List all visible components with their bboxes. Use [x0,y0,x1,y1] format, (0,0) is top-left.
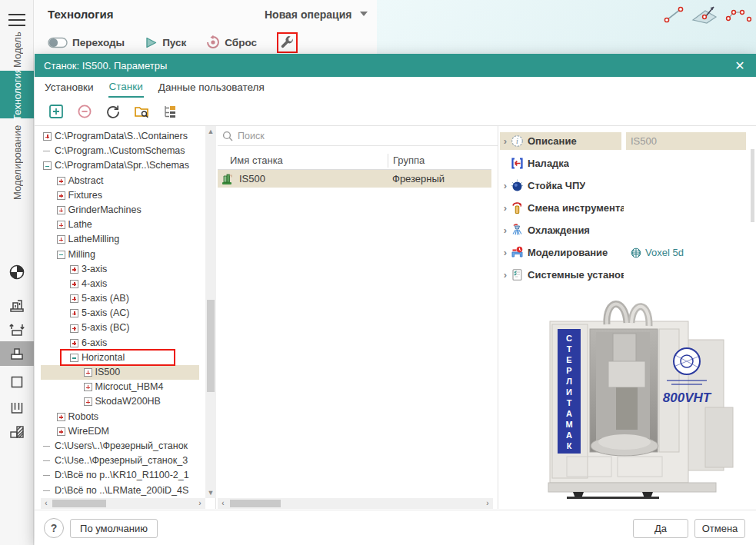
tree-item-milling[interactable]: Milling [41,248,199,262]
ok-button[interactable]: Да [633,519,688,538]
chevron-right-icon[interactable]: › [500,202,511,214]
reset-button[interactable]: Сброс [206,35,257,49]
column-header-machine-name[interactable]: Имя станка [218,155,388,166]
collapse-icon[interactable] [43,161,52,170]
tree-item-5-axis-ab-[interactable]: 5-axis (AB) [41,291,199,306]
chevron-down-icon[interactable] [360,12,368,16]
expand-icon[interactable] [57,221,65,229]
expand-icon[interactable] [84,368,92,377]
expand-icon[interactable] [70,339,78,347]
dialog-titlebar[interactable]: Станок: IS500. Параметры ✕ [35,54,756,77]
chevron-right-icon[interactable]: › [500,135,511,147]
tree-item-is500[interactable]: IS500 [41,365,199,380]
sidebar-tool-stock-transform[interactable] [0,317,34,342]
expand-icon[interactable] [70,294,78,303]
tree-item-grindermachines[interactable]: GrinderMachines [41,203,199,218]
tree-item-c-programdata-s-containers[interactable]: C:\ProgramData\S..\Containers [41,129,199,144]
sidebar-tab-2[interactable]: Технология [0,71,34,118]
sidebar-tool-section[interactable] [0,420,34,444]
surface-normal-icon[interactable] [690,3,721,26]
tree-item-d-всё-по-lrmate-200id-4s[interactable]: D:\Всё по ..\LRMate_200iD_4S [41,484,199,498]
expand-icon[interactable] [70,309,78,317]
add-button[interactable] [48,104,64,119]
line-segment-icon[interactable] [661,3,687,26]
section-моделирование[interactable]: ›МоделированиеVoxel 5d [500,244,746,261]
sidebar-tool-blank-square[interactable] [0,370,34,394]
close-icon[interactable]: ✕ [731,57,748,74]
tree-item-c-users-фрезерный-станок[interactable]: C:\Users\..\Фрезерный_станок [41,439,199,454]
expand-icon[interactable] [57,235,65,244]
collapse-icon[interactable] [70,354,78,362]
help-button[interactable]: ? [44,518,64,538]
chevron-right-icon[interactable]: › [500,269,511,281]
new-operation-dropdown[interactable]: Новая операция [265,8,351,21]
sidebar-tool-origin[interactable] [0,260,34,284]
dialog-tab-2[interactable]: Станки [108,78,144,98]
collapse-icon[interactable] [57,251,65,259]
sidebar-tool-fixture[interactable] [0,395,34,420]
cancel-button[interactable]: Отмена [694,519,745,538]
expand-icon[interactable] [84,383,92,391]
start-button[interactable]: Пуск [145,36,186,49]
refresh-button[interactable] [105,104,121,119]
sidebar-tab-3[interactable]: Моделирование [0,120,34,204]
expand-icon[interactable] [43,132,52,141]
tree-item-lathe[interactable]: Lathe [41,218,199,232]
section-смена-инструмента[interactable]: ›Смена инструмента [500,199,746,217]
column-header-group[interactable]: Группа [388,154,491,168]
remove-button[interactable] [77,104,92,119]
tree-item-d-всё-по-p-kr10-r1100-2-1[interactable]: D:\Всё по p..\KR10_R1100-2_1 [41,468,199,483]
sidebar-tab-1[interactable]: Модель [0,31,34,69]
tree-vertical-scrollbar[interactable]: ▲ ▼ [205,126,216,498]
expand-icon[interactable] [70,324,78,333]
viewport-3d[interactable] [377,0,756,54]
default-button[interactable]: По умолчанию [70,519,158,538]
section-наладка[interactable]: Наладка [500,155,746,172]
expand-icon[interactable] [70,265,78,274]
tree-horizontal-scrollbar[interactable]: ‹ › [41,498,205,509]
expand-icon[interactable] [84,397,92,406]
chevron-right-icon[interactable]: › [500,247,511,258]
machine-row-is500[interactable]: IS500Фрезерный [218,170,491,188]
tree-item-fixtures[interactable]: Fixtures [41,188,199,203]
sidebar-tool-stock[interactable] [0,341,34,366]
tree-item-horizontal[interactable]: Horizontal [41,351,199,365]
section-охлаждения[interactable]: ›Охлаждения [500,221,746,239]
folder-search-button[interactable] [134,104,149,119]
machines-horizontal-scrollbar[interactable]: ‹ › [218,498,493,509]
expand-icon[interactable] [57,177,65,185]
tree-item-6-axis[interactable]: 6-axis [41,336,199,351]
properties-scrollbar-thumb[interactable] [751,149,754,222]
sidebar-tool-machine[interactable] [0,293,34,317]
tree-item-c-program-customschemas[interactable]: C:\Program..\CustomSchemas [41,144,199,158]
dialog-tab-1[interactable]: Установки [44,78,95,97]
tree-item-lathemilling[interactable]: LatheMilling [41,232,199,247]
tree-item-5-axis-bc-[interactable]: 5-axis (BC) [41,321,199,335]
tree-item-5-axis-ac-[interactable]: 5-axis (AC) [41,306,199,321]
tree-item-3-axis[interactable]: 3-axis [41,262,199,277]
tree-item-skodaw200hb[interactable]: SkodaW200HB [41,394,199,409]
polyline-points-icon[interactable] [724,3,753,26]
section-системные-установки[interactable]: ›Системные установки [500,266,746,284]
transitions-toggle[interactable]: Переходы [48,37,125,48]
expand-icon[interactable] [57,413,65,421]
tree-item-wireedm[interactable]: WireEDM [41,424,199,439]
tree-item-c-use-фрезерный-станок-3[interactable]: C:\Use..\Фрезерный_станок_3 [41,454,199,468]
dialog-tab-3[interactable]: Данные пользователя [158,78,265,97]
chevron-right-icon[interactable]: › [500,224,511,236]
expand-icon[interactable] [57,427,65,436]
search-input[interactable] [238,131,453,141]
tree-item-robots[interactable]: Robots [41,410,199,424]
tree-item-abstract[interactable]: Abstract [41,174,199,188]
section-описание[interactable]: ›iОписаниеIS500 [500,132,746,150]
menu-icon[interactable] [8,10,25,24]
expand-icon[interactable] [57,206,65,214]
tree-item-microcut-hbm4[interactable]: Microcut_HBM4 [41,380,199,394]
hierarchy-button[interactable] [162,104,178,119]
tree-item-4-axis[interactable]: 4-axis [41,277,199,291]
section-стойка-чпу[interactable]: ›Стойка ЧПУ [500,177,746,194]
wrench-icon[interactable] [280,35,295,50]
expand-icon[interactable] [70,280,78,288]
chevron-right-icon[interactable]: › [500,180,511,191]
tree-item-c-programdata-spr-schemas[interactable]: C:\ProgramData\Spr..\Schemas [41,158,199,173]
